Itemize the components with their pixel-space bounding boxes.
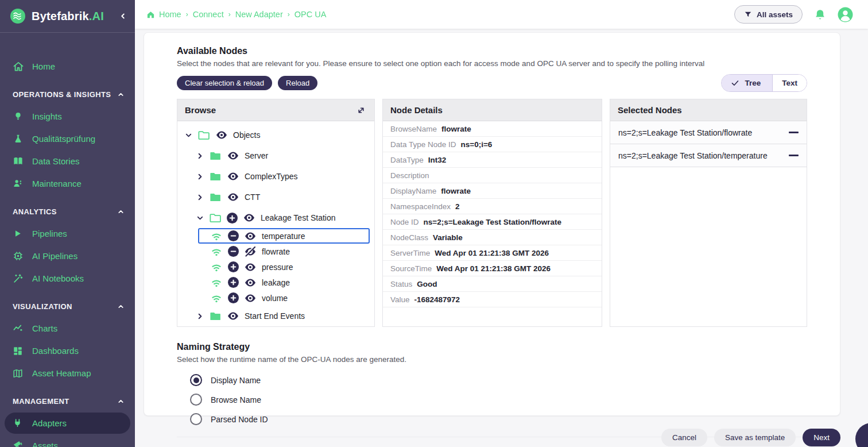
grid-icon xyxy=(13,345,24,357)
sidebar-item-qualitaetspruefung[interactable]: Qualitätsprüfung xyxy=(5,128,130,149)
chevron-right-icon[interactable] xyxy=(196,152,204,160)
selected-nodes-title: Selected Nodes xyxy=(618,105,682,115)
chevron-right-icon[interactable] xyxy=(196,312,204,321)
naming-strategy-section: Naming Strategy Select how the runtime n… xyxy=(177,342,807,425)
line-chart-icon xyxy=(13,323,24,334)
tree-node-complextypes[interactable]: ComplexTypes xyxy=(177,166,374,187)
next-button[interactable]: Next xyxy=(803,429,840,446)
chevron-right-icon[interactable] xyxy=(196,172,204,181)
sidebar-item-label: Assets xyxy=(32,441,58,447)
toggle-text[interactable]: Text xyxy=(773,75,807,91)
node-details-panel: Node Details BrowseNameflowrate Data Typ… xyxy=(382,99,602,327)
selected-nodes-list: ns=2;s=Leakage Test Station/flowrate ns=… xyxy=(610,121,807,167)
sidebar-section-visualization[interactable]: VISUALIZATION xyxy=(0,296,135,317)
sidebar-section-operations[interactable]: OPERATIONS & INSIGHTS xyxy=(0,84,135,105)
tree-node-ctt[interactable]: CTT xyxy=(177,187,374,207)
breadcrumb-new-adapter[interactable]: New Adapter xyxy=(235,10,283,19)
eye-icon[interactable] xyxy=(244,293,257,303)
people-icon xyxy=(13,178,24,190)
sidebar-item-ai-pipelines[interactable]: AI Pipelines xyxy=(5,245,130,267)
save-as-template-button[interactable]: Save as template xyxy=(714,429,796,446)
chevron-right-icon[interactable] xyxy=(196,193,204,202)
flask-icon xyxy=(13,133,24,145)
breadcrumb-opc-ua[interactable]: OPC UA xyxy=(294,10,327,19)
sidebar-item-pipelines[interactable]: Pipelines xyxy=(5,223,130,244)
eye-icon[interactable] xyxy=(227,151,239,161)
sidebar-item-label: Adapters xyxy=(32,418,67,428)
clear-selection-reload-button[interactable]: Clear selection & reload xyxy=(177,76,272,90)
tree-node-temperature[interactable]: temperature xyxy=(198,228,370,244)
radio-browse-name[interactable]: Browse Name xyxy=(190,394,807,406)
tree-node-flowrate[interactable]: flowrate xyxy=(177,244,374,259)
plus-icon[interactable] xyxy=(227,213,238,223)
sidebar-item-label: Home xyxy=(32,61,55,71)
eye-icon[interactable] xyxy=(227,311,239,321)
remove-node-icon[interactable] xyxy=(789,132,799,133)
remove-node-icon[interactable] xyxy=(789,155,799,156)
plus-icon[interactable] xyxy=(228,261,239,272)
eye-icon[interactable] xyxy=(227,192,239,202)
sidebar-item-adapters[interactable]: Adapters xyxy=(5,413,130,434)
plus-icon[interactable] xyxy=(228,277,239,288)
signal-icon xyxy=(210,261,223,272)
eye-icon[interactable] xyxy=(244,278,257,288)
sidebar-item-assets[interactable]: Assets xyxy=(5,435,130,447)
sidebar-item-home[interactable]: Home xyxy=(5,56,130,77)
radio-button[interactable] xyxy=(190,413,202,425)
home-icon xyxy=(146,10,155,19)
breadcrumb-connect[interactable]: Connect xyxy=(193,10,224,19)
node-details-table: BrowseNameflowrate Data Type Node IDns=0… xyxy=(383,121,602,307)
browse-panel: Browse Objects Server xyxy=(177,99,375,327)
radio-parsed-node-id[interactable]: Parsed Node ID xyxy=(190,413,807,425)
sidebar-item-maintenance[interactable]: Maintenance xyxy=(5,173,130,194)
sidebar-section-management[interactable]: MANAGEMENT xyxy=(0,391,135,411)
chevron-up-icon xyxy=(117,303,125,310)
browse-title: Browse xyxy=(185,105,216,115)
eye-icon[interactable] xyxy=(243,213,255,223)
sidebar-item-ai-notebooks[interactable]: AI Notebooks xyxy=(5,268,130,289)
eye-icon[interactable] xyxy=(227,171,239,182)
available-nodes-title: Available Nodes xyxy=(177,46,807,56)
eye-icon[interactable] xyxy=(215,130,228,140)
plus-icon[interactable] xyxy=(228,292,239,303)
sidebar-item-charts[interactable]: Charts xyxy=(5,318,130,339)
tree-node-server[interactable]: Server xyxy=(177,145,374,166)
detail-row: NamespaceIndex2 xyxy=(383,199,602,214)
minus-icon[interactable] xyxy=(228,230,239,241)
tree-node-start-end-events[interactable]: Start End Events xyxy=(177,306,374,326)
sidebar-section-analytics[interactable]: ANALYTICS xyxy=(0,201,135,222)
bell-icon[interactable] xyxy=(814,9,826,21)
eye-icon[interactable] xyxy=(244,231,257,241)
radio-button[interactable] xyxy=(190,394,202,406)
radio-display-name[interactable]: Display Name xyxy=(190,374,807,386)
chevron-down-icon[interactable] xyxy=(196,214,204,222)
chevron-down-icon[interactable] xyxy=(184,131,193,140)
all-assets-filter-button[interactable]: All assets xyxy=(734,5,803,24)
sidebar-item-dashboards[interactable]: Dashboards xyxy=(5,340,130,361)
sidebar-item-asset-heatmap[interactable]: Asset Heatmap xyxy=(5,363,130,384)
signal-icon xyxy=(210,292,223,303)
tree-node-volume[interactable]: volume xyxy=(177,290,374,306)
naming-strategy-subtitle: Select how the runtime name of the OPC-U… xyxy=(177,355,807,364)
tree-node-pressure[interactable]: pressure xyxy=(177,259,374,275)
expand-icon[interactable] xyxy=(355,105,367,116)
cancel-button[interactable]: Cancel xyxy=(661,429,707,446)
tree-node-leakage[interactable]: leakage xyxy=(177,275,374,290)
eye-off-icon[interactable] xyxy=(244,246,257,257)
selected-node-row: ns=2;s=Leakage Test Station/flowrate xyxy=(610,121,807,144)
chevron-up-icon xyxy=(117,91,125,98)
breadcrumb-home[interactable]: Home xyxy=(159,10,181,19)
reload-button[interactable]: Reload xyxy=(278,76,317,90)
sidebar-item-insights[interactable]: Insights xyxy=(5,106,130,127)
radio-button[interactable] xyxy=(190,374,202,386)
tree-node-leakage-test-station[interactable]: Leakage Test Station xyxy=(177,207,374,228)
toggle-tree[interactable]: Tree xyxy=(722,75,773,91)
browse-tree: Objects Server ComplexTypes xyxy=(177,121,374,326)
eye-icon[interactable] xyxy=(244,262,257,272)
book-icon xyxy=(13,156,24,167)
avatar-icon[interactable] xyxy=(838,7,853,22)
minus-icon[interactable] xyxy=(228,246,239,257)
sidebar-item-data-stories[interactable]: Data Stories xyxy=(5,151,130,172)
tree-node-objects[interactable]: Objects xyxy=(177,125,374,145)
sidebar-collapse-icon[interactable] xyxy=(119,12,127,20)
